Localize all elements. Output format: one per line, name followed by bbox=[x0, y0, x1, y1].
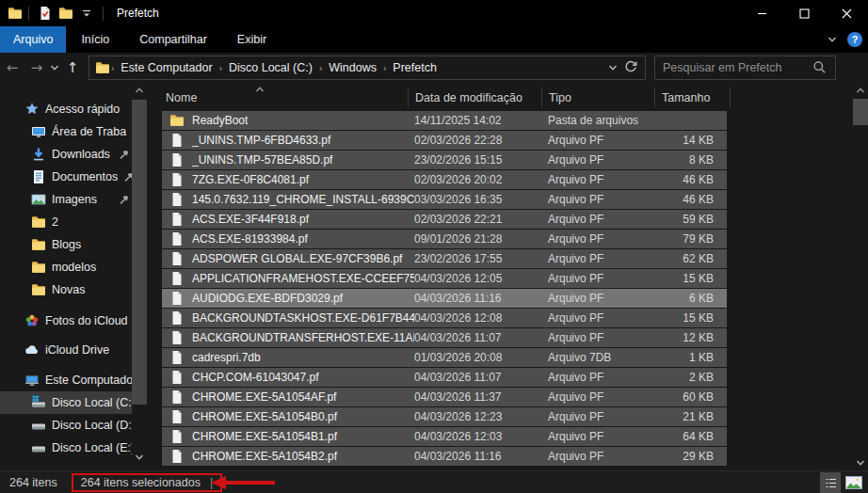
file-row[interactable]: 145.0.7632.119_CHROME_INSTALL-6939C...03… bbox=[162, 190, 727, 209]
file-row[interactable]: CHCP.COM-61043047.pf04/03/2026 11:07Arqu… bbox=[162, 368, 727, 387]
properties-icon[interactable] bbox=[35, 3, 56, 24]
sidebar-item-disco-local-e-[interactable]: Disco Local (E:) bbox=[0, 437, 132, 459]
annotation-arrow-icon bbox=[209, 476, 281, 489]
sidebar-item-acesso-r-pido[interactable]: Acesso rápido bbox=[0, 98, 132, 120]
file-row[interactable]: ADSPOWER GLOBAL.EXE-97CF39B6.pf23/02/202… bbox=[162, 249, 727, 268]
tab-arquivo[interactable]: Arquivo bbox=[0, 26, 66, 53]
file-row[interactable]: CHROME.EXE-5A1054B2.pf04/03/2026 11:16Ar… bbox=[162, 447, 727, 466]
sidebar-item-label: Este Computador bbox=[45, 374, 132, 387]
file-row[interactable]: APPLICATIONFRAMEHOST.EXE-CCEEF75...04/03… bbox=[162, 269, 727, 288]
scroll-down-icon[interactable] bbox=[853, 455, 868, 470]
file-date: 04/03/2026 11:16 bbox=[414, 292, 548, 305]
refresh-icon[interactable] bbox=[624, 60, 639, 75]
sidebar-item--rea-de-traba[interactable]: Área de Traba bbox=[0, 120, 132, 143]
column-header-nome[interactable]: Nome bbox=[166, 91, 197, 104]
thumbnails-view-toggle[interactable] bbox=[844, 472, 864, 493]
file-size: 1 KB bbox=[652, 351, 720, 364]
tab-exibir[interactable]: Exibir bbox=[222, 26, 281, 53]
sidebar-item-fotos-do-icloud[interactable]: Fotos do iCloud bbox=[0, 310, 132, 332]
maximize-button[interactable] bbox=[783, 0, 826, 26]
file-row[interactable]: CHROME.EXE-5A1054AF.pf04/03/2026 11:37Ar… bbox=[162, 388, 727, 406]
cloud-icon bbox=[24, 342, 40, 358]
ribbon-collapse-chevron-icon[interactable] bbox=[827, 34, 838, 45]
file-type: Arquivo PF bbox=[548, 232, 652, 246]
sidebar-item-este-computador[interactable]: Este Computador bbox=[0, 369, 132, 391]
column-divider[interactable] bbox=[541, 87, 542, 107]
breadcrumb-disco-local-c[interactable]: Disco Local (C:) bbox=[223, 61, 318, 74]
scroll-up-icon[interactable] bbox=[853, 83, 868, 98]
up-button[interactable]: ↑ bbox=[60, 56, 85, 80]
file-size: 21 KB bbox=[652, 410, 720, 423]
sidebar-item-downloads[interactable]: Downloads bbox=[0, 143, 132, 166]
file-icon bbox=[169, 350, 185, 365]
sidebar-scrollbar[interactable] bbox=[132, 83, 147, 470]
file-row[interactable]: cadrespri.7db01/03/2026 20:08Arquivo 7DB… bbox=[162, 348, 727, 367]
tab-compartilhar[interactable]: Compartilhar bbox=[124, 26, 222, 53]
folder-icon bbox=[31, 215, 46, 230]
new-folder-icon[interactable] bbox=[56, 3, 76, 24]
file-row[interactable]: _UNINS.TMP-57BEA85D.pf23/02/2026 15:15Ar… bbox=[162, 151, 727, 169]
file-row[interactable]: ACS.EXE-3F44F918.pf02/03/2026 22:21Arqui… bbox=[162, 210, 727, 229]
file-icon bbox=[169, 212, 185, 227]
details-view-toggle[interactable] bbox=[820, 472, 841, 493]
column-divider[interactable] bbox=[408, 87, 409, 107]
file-explorer-window: Prefetch Arquivo Início Compartilhar Exi… bbox=[0, 0, 868, 493]
sidebar-item-imagens[interactable]: Imagens bbox=[0, 188, 132, 211]
breadcrumb-este-computador[interactable]: Este Computador bbox=[115, 61, 217, 74]
list-scrollbar[interactable] bbox=[853, 83, 868, 470]
column-header-tipo[interactable]: Tipo bbox=[549, 91, 571, 104]
tab-inicio[interactable]: Início bbox=[66, 26, 124, 53]
file-date: 23/02/2026 15:15 bbox=[414, 153, 548, 167]
sidebar-scrollbar-thumb[interactable] bbox=[132, 100, 147, 405]
folder-icon bbox=[31, 260, 46, 275]
sidebar-item-2[interactable]: 2 bbox=[0, 211, 132, 233]
file-name: 145.0.7632.119_CHROME_INSTALL-6939C... bbox=[192, 193, 414, 206]
back-button[interactable]: ← bbox=[0, 56, 24, 80]
sidebar-item-label: 2 bbox=[52, 215, 58, 229]
computer-icon bbox=[24, 373, 40, 388]
help-icon[interactable]: ? bbox=[847, 32, 862, 47]
column-header-tamanho[interactable]: Tamanho bbox=[662, 91, 710, 104]
file-row[interactable]: _UNINS.TMP-6FBD4633.pf02/03/2026 22:28Ar… bbox=[162, 131, 727, 150]
breadcrumb-prefetch[interactable]: Prefetch bbox=[387, 61, 442, 74]
sidebar-item-disco-local-d-[interactable]: Disco Local (D:) bbox=[0, 414, 132, 437]
search-input[interactable]: Pesquisar em Prefetch bbox=[654, 56, 836, 80]
desktop-icon bbox=[31, 124, 46, 139]
folder-icon bbox=[169, 113, 185, 128]
search-icon[interactable] bbox=[812, 60, 828, 75]
scroll-down-icon[interactable] bbox=[132, 450, 147, 465]
file-row[interactable]: BACKGROUNDTASKHOST.EXE-D61F7B44.pf04/03/… bbox=[162, 309, 727, 327]
pin-icon bbox=[119, 149, 130, 160]
scroll-up-icon[interactable] bbox=[132, 83, 147, 98]
sidebar-item-disco-local-c-[interactable]: Disco Local (C:) bbox=[0, 391, 132, 414]
file-row[interactable]: BACKGROUNDTRANSFERHOST.EXE-11AE...04/03/… bbox=[162, 328, 727, 347]
column-header-data[interactable]: Data de modificação bbox=[415, 91, 522, 104]
ribbon-tabs: Arquivo Início Compartilhar Exibir ? bbox=[0, 26, 868, 53]
minimize-button[interactable] bbox=[741, 0, 783, 26]
recent-locations-chevron-icon[interactable] bbox=[49, 62, 60, 73]
sidebar-item-novas[interactable]: Novas bbox=[0, 278, 132, 301]
file-row[interactable]: 7ZG.EXE-0F8C4081.pf02/03/2026 20:02Arqui… bbox=[162, 170, 727, 189]
sidebar-item-documentos[interactable]: Documentos bbox=[0, 166, 132, 188]
file-row[interactable]: AUDIODG.EXE-BDFD3029.pf04/03/2026 11:16A… bbox=[162, 289, 727, 308]
close-button[interactable] bbox=[826, 0, 868, 26]
file-name: CHROME.EXE-5A1054AF.pf bbox=[192, 390, 336, 404]
address-field[interactable]: › Este Computador › Disco Local (C:) › W… bbox=[88, 56, 646, 80]
file-row[interactable]: CHROME.EXE-5A1054B0.pf04/03/2026 12:23Ar… bbox=[162, 407, 727, 426]
file-size: 79 KB bbox=[652, 232, 720, 246]
sidebar-item-icloud-drive[interactable]: iCloud Drive bbox=[0, 339, 132, 361]
file-row[interactable]: ACS.EXE-81933984.pf09/01/2026 21:28Arqui… bbox=[162, 230, 727, 248]
divider bbox=[103, 7, 104, 21]
forward-button[interactable]: → bbox=[24, 56, 49, 80]
sidebar-item-modelos[interactable]: modelos bbox=[0, 256, 132, 278]
column-divider[interactable] bbox=[730, 87, 731, 107]
column-divider[interactable] bbox=[654, 87, 655, 107]
file-type: Arquivo PF bbox=[548, 390, 652, 404]
list-scrollbar-thumb[interactable] bbox=[853, 99, 868, 125]
qat-customize-icon[interactable] bbox=[76, 3, 97, 24]
breadcrumb-windows[interactable]: Windows bbox=[323, 61, 382, 74]
file-row[interactable]: ReadyBoot14/11/2025 14:02Pasta de arquiv… bbox=[162, 111, 727, 130]
file-row[interactable]: CHROME.EXE-5A1054B1.pf04/03/2026 12:03Ar… bbox=[162, 427, 727, 446]
sidebar-item-blogs[interactable]: Blogs bbox=[0, 233, 132, 256]
address-dropdown-chevron-icon[interactable] bbox=[607, 62, 619, 73]
